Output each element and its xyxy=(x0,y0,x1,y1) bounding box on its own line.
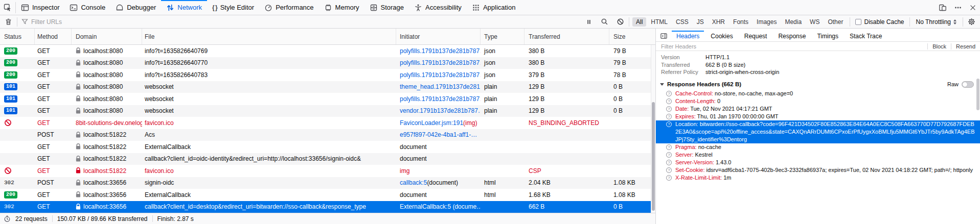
help-icon[interactable]: ? xyxy=(666,91,672,96)
disable-cache-control[interactable]: Disable Cache xyxy=(851,18,908,26)
network-settings-button[interactable] xyxy=(964,18,979,26)
devtools-menu-button[interactable] xyxy=(950,0,966,15)
table-row[interactable]: 101GETlocalhost:8080websockettheme_head.… xyxy=(0,81,655,93)
header-row[interactable]: ?Pragma: no-cache xyxy=(656,143,980,151)
column-header-method[interactable]: Method xyxy=(35,29,72,44)
panel-scrollbar[interactable] xyxy=(976,70,979,110)
header-row[interactable]: ?Location: bitwarden://sso-callback?code… xyxy=(656,120,980,143)
tab-application[interactable]: Application xyxy=(467,0,521,15)
raw-toggle[interactable] xyxy=(962,81,974,88)
header-row[interactable]: ?X-Rate-Limit-Limit: 1m xyxy=(656,174,980,182)
scrollbar-thumb[interactable] xyxy=(976,79,979,110)
filter-pill-images[interactable]: Images xyxy=(753,17,780,27)
filter-urls-input[interactable] xyxy=(29,18,177,26)
tab-style-editor[interactable]: { } Style Editor xyxy=(207,0,259,15)
header-row[interactable]: ?Server-Version: 1.43.0 xyxy=(656,159,980,166)
column-header-domain[interactable]: Domain xyxy=(72,29,142,44)
column-header-size[interactable]: Size xyxy=(609,29,651,44)
initiator-link[interactable]: callback:5 xyxy=(400,179,427,186)
filter-pill-html[interactable]: HTML xyxy=(647,17,671,27)
initiator-link[interactable]: theme_head.1791b137de281… xyxy=(400,83,481,90)
filter-pill-xhr[interactable]: XHR xyxy=(709,17,728,27)
filter-pill-css[interactable]: CSS xyxy=(672,17,692,27)
tab-accessibility[interactable]: Accessibility xyxy=(409,0,467,15)
column-header-initiator[interactable]: Initiator xyxy=(396,29,481,44)
details-tab-headers[interactable]: Headers xyxy=(671,31,705,41)
help-icon[interactable]: ? xyxy=(666,167,672,173)
table-row[interactable]: 302GETlocalhost:33656callback?client_id=… xyxy=(0,201,655,213)
responsive-design-button[interactable] xyxy=(935,0,950,15)
tab-debugger[interactable]: Debugger xyxy=(110,0,161,15)
block-button[interactable]: Block xyxy=(928,43,951,49)
details-tab-request[interactable]: Request xyxy=(739,31,773,41)
tab-inspector[interactable]: Inspector xyxy=(16,0,64,15)
table-row[interactable]: 302POSTlocalhost:33656signin-oidccallbac… xyxy=(0,177,655,189)
table-row[interactable]: 101GETlocalhost:8080websocketvendor.1791… xyxy=(0,105,655,117)
tab-storage[interactable]: Storage xyxy=(364,0,409,15)
initiator-link[interactable]: polyfills.1791b137de281b787… xyxy=(400,95,481,103)
header-row[interactable]: ?Expires: Thu, 01 Jan 1970 00:00:00 GMT xyxy=(656,113,980,120)
scrollbar-thumb[interactable] xyxy=(652,102,655,211)
header-row[interactable]: ?Content-Length: 0 xyxy=(656,97,980,105)
initiator-link[interactable]: FaviconLoader.jsm:191 xyxy=(400,119,463,127)
disable-cache-checkbox[interactable] xyxy=(855,19,861,25)
header-row[interactable]: ?Set-Cookie: idsrv=adf6cba1-7075-402b-9e… xyxy=(656,166,980,174)
filter-pill-other[interactable]: Other xyxy=(824,17,847,27)
table-row[interactable]: POSTlocalhost:51822Acse957f897-042e-4ba1… xyxy=(0,129,655,141)
response-headers-section[interactable]: Response Headers (662 B) Raw xyxy=(656,79,980,90)
column-header-type[interactable]: Type xyxy=(481,29,525,44)
split-panel-icon[interactable] xyxy=(656,31,671,41)
table-row[interactable]: 200GETlocalhost:8080info?t=1635826640769… xyxy=(0,45,655,57)
close-devtools-button[interactable] xyxy=(966,0,980,15)
table-row[interactable]: GETlocalhost:51822callback?client_id=oid… xyxy=(0,153,655,165)
tab-console[interactable]: Console xyxy=(64,0,110,15)
filter-headers-input[interactable] xyxy=(661,43,743,49)
table-row[interactable]: GETlocalhost:51822ExternalCallbackdocume… xyxy=(0,141,655,153)
column-header-transferred[interactable]: Transferred xyxy=(525,29,609,44)
table-scrollbar[interactable] xyxy=(651,45,655,213)
help-icon[interactable]: ? xyxy=(666,121,672,127)
header-row[interactable]: ?Cache-Control: no-store, no-cache, max-… xyxy=(656,90,980,97)
details-tab-response[interactable]: Response xyxy=(772,31,811,41)
table-row[interactable]: 101GETlocalhost:8080websocketpolyfills.1… xyxy=(0,93,655,105)
search-button[interactable] xyxy=(597,18,612,26)
filter-pill-fonts[interactable]: Fonts xyxy=(730,17,752,27)
clear-requests-button[interactable] xyxy=(1,18,16,26)
node-picker-button[interactable] xyxy=(0,0,15,15)
help-icon[interactable]: ? xyxy=(666,160,672,165)
help-icon[interactable]: ? xyxy=(666,98,672,104)
tab-memory[interactable]: Memory xyxy=(319,0,364,15)
initiator-link[interactable]: e957f897-042e-4ba1-aff1-… xyxy=(400,131,477,138)
help-icon[interactable]: ? xyxy=(666,152,672,158)
filter-pill-ws[interactable]: WS xyxy=(806,17,823,27)
details-tab-cookies[interactable]: Cookies xyxy=(705,31,738,41)
resend-button[interactable]: Resend xyxy=(951,43,980,49)
initiator-link[interactable]: vendor.1791b137de281b787… xyxy=(400,107,481,114)
header-row[interactable]: ?Server: Kestrel xyxy=(656,151,980,159)
block-requests-button[interactable] xyxy=(613,18,628,26)
column-header-file[interactable]: File xyxy=(142,29,396,44)
tab-performance[interactable]: Performance xyxy=(259,0,318,15)
help-icon[interactable]: ? xyxy=(666,175,672,181)
column-header-status[interactable]: Status xyxy=(0,29,35,44)
filter-pill-media[interactable]: Media xyxy=(781,17,805,27)
details-tab-timings[interactable]: Timings xyxy=(811,31,844,41)
header-row[interactable]: ?Date: Tue, 02 Nov 2021 04:17:21 GMT xyxy=(656,105,980,113)
tab-network[interactable]: Network xyxy=(161,0,207,15)
table-row[interactable]: GETlocalhost:51822favicon.icoimgCSP xyxy=(0,165,655,177)
help-icon[interactable]: ? xyxy=(666,144,672,150)
table-row[interactable]: GET8bit-solutions-dev.onelogin…favicon.i… xyxy=(0,117,655,129)
table-row[interactable]: 200GETlocalhost:8080info?t=1635826640783… xyxy=(0,69,655,81)
pause-recording-button[interactable] xyxy=(582,18,596,26)
initiator-link[interactable]: polyfills.1791b137de281b787… xyxy=(400,71,481,79)
initiator-link[interactable]: polyfills.1791b137de281b787… xyxy=(400,59,481,66)
filter-pill-all[interactable]: All xyxy=(632,17,646,27)
initiator-link[interactable]: polyfills.1791b137de281b787… xyxy=(400,47,481,55)
help-icon[interactable]: ? xyxy=(666,106,672,112)
table-row[interactable]: 200GETlocalhost:8080info?t=1635826640770… xyxy=(0,57,655,69)
details-tab-stack-trace[interactable]: Stack Trace xyxy=(844,31,887,41)
filter-pill-js[interactable]: JS xyxy=(693,17,708,27)
table-row[interactable]: 200GETlocalhost:33656ExternalCallbackdoc… xyxy=(0,189,655,201)
help-icon[interactable]: ? xyxy=(666,114,672,119)
throttling-select[interactable]: No Throttling xyxy=(911,18,962,26)
